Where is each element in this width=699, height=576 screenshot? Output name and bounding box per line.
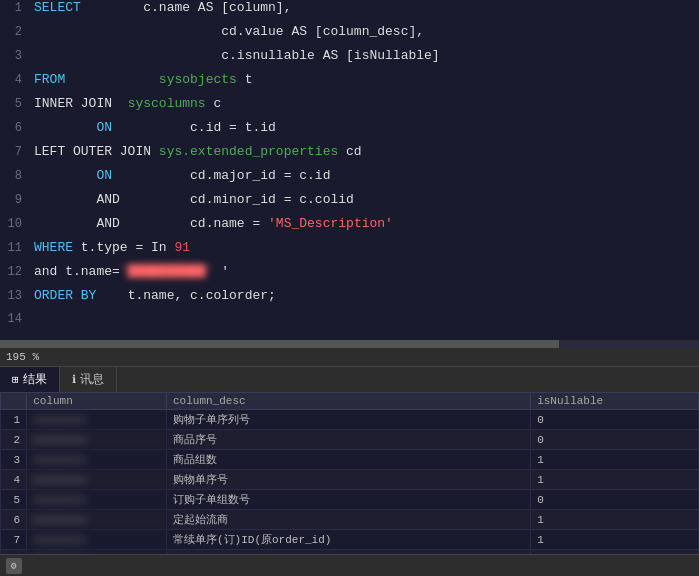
is-nullable-cell: 1 <box>531 450 699 470</box>
table-header: column <box>27 393 167 410</box>
line-content: ON cd.major_id = c.id <box>30 168 330 183</box>
line-content: cd.value AS [column_desc], <box>30 24 424 39</box>
column-cell: xxxxxxxx <box>27 530 167 550</box>
tab-icon: ℹ <box>72 373 76 386</box>
table-row: 5xxxxxxxx订购子单组数号0 <box>1 490 699 510</box>
column-desc-cell: 购物子单序列号 <box>167 410 531 430</box>
column-cell: xxxxxxxx <box>27 410 167 430</box>
line-content: WHERE t.type = In 91 <box>30 240 190 255</box>
line-content: FROM sysobjects t <box>30 72 252 87</box>
line-content: LEFT OUTER JOIN sys.extended_properties … <box>30 144 362 159</box>
column-cell: xxxxxxxx <box>27 470 167 490</box>
is-nullable-cell: 1 <box>531 470 699 490</box>
row-num: 2 <box>1 430 27 450</box>
code-line: 11WHERE t.type = In 91 <box>0 240 699 264</box>
zoom-level: 195 % <box>6 351 39 363</box>
row-num: 3 <box>1 450 27 470</box>
row-num: 7 <box>1 530 27 550</box>
line-number: 13 <box>0 289 30 303</box>
row-num: 6 <box>1 510 27 530</box>
line-number: 7 <box>0 145 30 159</box>
line-content: ON c.id = t.id <box>30 120 276 135</box>
line-number: 9 <box>0 193 30 207</box>
tab-label: 结果 <box>23 371 47 388</box>
table-header: column_desc <box>167 393 531 410</box>
line-content: and t.name='██████████' ' <box>30 264 229 279</box>
line-number: 2 <box>0 25 30 39</box>
column-desc-cell: 商品序号 <box>167 430 531 450</box>
code-line: 7LEFT OUTER JOIN sys.extended_properties… <box>0 144 699 168</box>
code-line: 6 ON c.id = t.id <box>0 120 699 144</box>
line-number: 6 <box>0 121 30 135</box>
line-content: INNER JOIN syscolumns c <box>30 96 221 111</box>
main-container: 1SELECT c.name AS [column],2 cd.value AS… <box>0 0 699 576</box>
line-content: ORDER BY t.name, c.colorder; <box>30 288 276 303</box>
line-content: AND cd.minor_id = c.colid <box>30 192 354 207</box>
table-row: 4xxxxxxxx购物单序号1 <box>1 470 699 490</box>
column-desc-cell: 商品组数 <box>167 450 531 470</box>
tab-label: 讯息 <box>80 371 104 388</box>
editor-scrollbar[interactable] <box>0 340 699 348</box>
line-content: c.isnullable AS [isNullable] <box>30 48 440 63</box>
column-desc-cell: 购物单序号 <box>167 470 531 490</box>
code-line: 4FROM sysobjects t <box>0 72 699 96</box>
line-number: 10 <box>0 217 30 231</box>
row-num: 1 <box>1 410 27 430</box>
table-row: 7xxxxxxxx常续单序(订)ID(原order_id)1 <box>1 530 699 550</box>
table-header: isNullable <box>531 393 699 410</box>
code-lines: 1SELECT c.name AS [column],2 cd.value AS… <box>0 0 699 340</box>
line-number: 5 <box>0 97 30 111</box>
line-number: 8 <box>0 169 30 183</box>
code-line: 2 cd.value AS [column_desc], <box>0 24 699 48</box>
column-cell: xxxxxxxx <box>27 550 167 555</box>
status-icon: ⚙ <box>6 558 22 574</box>
table-row: 6xxxxxxxx定起始流商1 <box>1 510 699 530</box>
line-number: 1 <box>0 1 30 15</box>
status-bar: ⚙ <box>0 554 699 576</box>
line-number: 14 <box>0 312 30 326</box>
code-line: 12and t.name='██████████' ' <box>0 264 699 288</box>
code-editor: 1SELECT c.name AS [column],2 cd.value AS… <box>0 0 699 340</box>
column-cell: xxxxxxxx <box>27 450 167 470</box>
code-line: 5INNER JOIN syscolumns c <box>0 96 699 120</box>
is-nullable-cell: 0 <box>531 490 699 510</box>
code-line: 14 <box>0 312 699 336</box>
row-num: 5 <box>1 490 27 510</box>
table-row: 1xxxxxxxx购物子单序列号0 <box>1 410 699 430</box>
column-desc-cell: 定起始流商 <box>167 510 531 530</box>
line-number: 11 <box>0 241 30 255</box>
column-desc-cell: 常续单序(订)ID(原order_id) <box>167 530 531 550</box>
tab-结果[interactable]: ⊞结果 <box>0 367 60 392</box>
line-number: 12 <box>0 265 30 279</box>
results-wrapper: columncolumn_descisNullable1xxxxxxxx购物子单… <box>0 392 699 554</box>
line-number: 4 <box>0 73 30 87</box>
column-desc-cell: 订购子单组数号 <box>167 490 531 510</box>
tab-讯息[interactable]: ℹ讯息 <box>60 367 117 392</box>
tab-icon: ⊞ <box>12 373 19 386</box>
column-cell: xxxxxxxx <box>27 510 167 530</box>
is-nullable-cell: 0 <box>531 410 699 430</box>
editor-scrollbar-thumb[interactable] <box>0 340 559 348</box>
table-row: 3xxxxxxxx商品组数1 <box>1 450 699 470</box>
column-cell: xxxxxxxx <box>27 490 167 510</box>
is-nullable-cell: 1 <box>531 510 699 530</box>
line-content: AND cd.name = 'MS_Description' <box>30 216 393 231</box>
code-line: 9 AND cd.minor_id = c.colid <box>0 192 699 216</box>
row-num: 4 <box>1 470 27 490</box>
table-row: 2xxxxxxxx商品序号0 <box>1 430 699 450</box>
is-nullable-cell: 0 <box>531 430 699 450</box>
zoom-bar: 195 % <box>0 348 699 366</box>
code-line: 13ORDER BY t.name, c.colorder; <box>0 288 699 312</box>
results-table: columncolumn_descisNullable1xxxxxxxx购物子单… <box>0 392 699 554</box>
code-line: 10 AND cd.name = 'MS_Description' <box>0 216 699 240</box>
line-content: SELECT c.name AS [column], <box>30 0 291 15</box>
code-line: 3 c.isnullable AS [isNullable] <box>0 48 699 72</box>
code-line: 1SELECT c.name AS [column], <box>0 0 699 24</box>
tabs-bar: ⊞结果ℹ讯息 <box>0 366 699 392</box>
is-nullable-cell: 1 <box>531 530 699 550</box>
row-num-header <box>1 393 27 410</box>
code-line: 8 ON cd.major_id = c.id <box>0 168 699 192</box>
column-cell: xxxxxxxx <box>27 430 167 450</box>
line-number: 3 <box>0 49 30 63</box>
